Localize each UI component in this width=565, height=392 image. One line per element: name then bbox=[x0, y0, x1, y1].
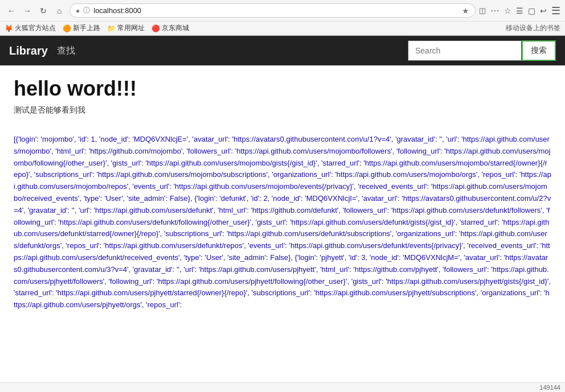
security-icon: ● bbox=[76, 7, 80, 15]
bookmark-firefox[interactable]: 🦊 火狐官方站点 bbox=[5, 23, 56, 33]
add-bookmark-icon[interactable]: ☆ bbox=[504, 6, 511, 15]
info-icon: ⓘ bbox=[83, 6, 90, 15]
address-bar[interactable]: ● ⓘ localhost:8000 ★ bbox=[69, 3, 476, 18]
bookmark-icon: 🔴 bbox=[152, 24, 160, 32]
extensions-icon[interactable]: ◫ bbox=[479, 6, 486, 15]
pocket-icon[interactable]: ▢ bbox=[528, 6, 535, 15]
menu-icon[interactable]: ☰ bbox=[551, 5, 560, 17]
forward-button[interactable]: → bbox=[21, 4, 34, 18]
back-button[interactable]: ← bbox=[5, 4, 18, 18]
search-button[interactable]: 搜索 bbox=[522, 40, 556, 61]
bookmark-newbie[interactable]: 🟠 新手上路 bbox=[63, 23, 100, 33]
bookmark-mobile[interactable]: 移动设备上的书签 bbox=[506, 23, 560, 33]
page-title: hello word!!! bbox=[14, 77, 551, 101]
bookmark-label: 新手上路 bbox=[73, 23, 100, 33]
bookmark-common[interactable]: 📁 常用网址 bbox=[107, 23, 145, 33]
bookmark-label: 火狐官方站点 bbox=[15, 23, 56, 33]
nav-buttons: ← → ↻ ⌂ bbox=[5, 4, 66, 18]
mobile-bookmarks-label: 移动设备上的书签 bbox=[506, 24, 560, 32]
browser-toolbar: ← → ↻ ⌂ ● ⓘ localhost:8000 ★ ◫ ⋯ ☆ ☰ ▢ ↩… bbox=[0, 0, 565, 22]
data-content: [{'login': 'mojombo', 'id': 1, 'node_id'… bbox=[14, 134, 551, 311]
reading-list-icon[interactable]: ☰ bbox=[516, 6, 523, 15]
subtitle: 测试是否能够看到我 bbox=[14, 105, 551, 115]
home-button[interactable]: ⌂ bbox=[52, 4, 66, 18]
bookmark-label: 常用网址 bbox=[117, 23, 145, 33]
search-input[interactable] bbox=[408, 40, 522, 61]
search-container: 搜索 bbox=[408, 40, 556, 61]
reload-button[interactable]: ↻ bbox=[36, 4, 50, 18]
data-text: [{'login': 'mojombo', 'id': 1, 'node_id'… bbox=[14, 135, 551, 309]
bookmark-label: 京东商城 bbox=[162, 23, 189, 33]
bookmark-jd[interactable]: 🔴 京东商城 bbox=[152, 23, 189, 33]
bookmark-icon: 🦊 bbox=[5, 24, 13, 32]
app-navbar: Library 查找 搜索 bbox=[0, 36, 565, 65]
more-icon[interactable]: ⋯ bbox=[490, 5, 500, 16]
nav-link-search[interactable]: 查找 bbox=[57, 45, 75, 57]
url-text: localhost:8000 bbox=[93, 6, 458, 15]
bookmark-star[interactable]: ★ bbox=[462, 6, 469, 15]
main-content: hello word!!! 测试是否能够看到我 [{'login': 'mojo… bbox=[0, 65, 565, 323]
browser-actions: ◫ ⋯ ☆ ☰ ▢ ↩ ☰ bbox=[479, 5, 560, 17]
undo-icon[interactable]: ↩ bbox=[540, 6, 547, 15]
app-brand: Library bbox=[9, 44, 48, 57]
bookmark-icon: 🟠 bbox=[63, 24, 71, 32]
browser-chrome: ← → ↻ ⌂ ● ⓘ localhost:8000 ★ ◫ ⋯ ☆ ☰ ▢ ↩… bbox=[0, 0, 565, 36]
bookmark-icon: 📁 bbox=[107, 24, 116, 32]
bookmarks-bar: 🦊 火狐官方站点 🟠 新手上路 📁 常用网址 🔴 京东商城 移动设备上的书签 bbox=[0, 22, 565, 35]
